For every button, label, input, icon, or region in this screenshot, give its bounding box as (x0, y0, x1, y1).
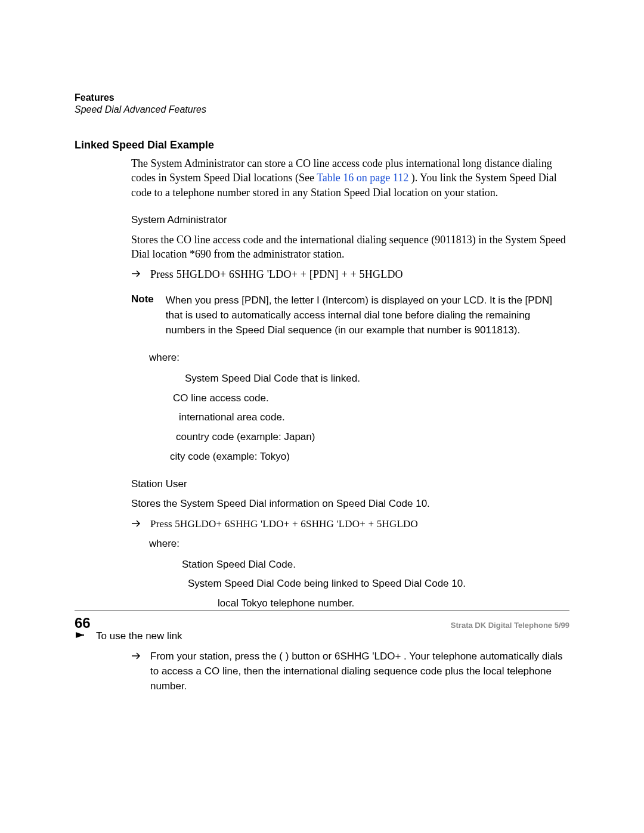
section-arrow-icon (75, 630, 88, 640)
where-item: CO line access code. (173, 391, 569, 406)
stationuser-step: Press 5HGLDO+ 6SHHG 'LDO+ + 6SHHG 'LDO+ … (131, 517, 569, 532)
where-label-1: where: (149, 351, 569, 366)
header-title: Features (75, 92, 569, 103)
where-item: System Speed Dial Code that is linked. (185, 371, 569, 386)
where-item: country code (example: Japan) (176, 430, 569, 445)
page-number: 66 (75, 615, 91, 631)
sysadmin-press-line: Press 5HGLDO+ 6SHHG 'LDO+ + [PDN] + + 5H… (150, 267, 403, 281)
note-label: Note (131, 293, 154, 337)
where-item: city code (example: Tokyo) (170, 450, 569, 465)
sysadmin-desc: Stores the CO line access code and the i… (131, 233, 569, 262)
section-heading: Linked Speed Dial Example (75, 139, 569, 151)
stationuser-title: Station User (131, 477, 569, 492)
intro-paragraph: The System Administrator can store a CO … (131, 156, 569, 200)
where-item: local Tokyo telephone number. (218, 596, 569, 611)
footer-rule (75, 611, 569, 611)
where-item: Station Speed Dial Code. (182, 558, 569, 572)
where-item: System Speed Dial Code being linked to S… (188, 577, 569, 592)
use-link-text: From your station, press the ( ) button … (150, 649, 569, 693)
note-text: When you press [PDN], the letter I (Inte… (166, 293, 569, 337)
step-arrow-icon (131, 519, 142, 528)
sysadmin-step: Press 5HGLDO+ 6SHHG 'LDO+ + [PDN] + + 5H… (131, 267, 569, 281)
where-label-2: where: (149, 537, 569, 552)
stationuser-press-line: Press 5HGLDO+ 6SHHG 'LDO+ + 6SHHG 'LDO+ … (150, 517, 418, 532)
step-arrow-icon (131, 652, 142, 660)
where-item: international area code. (179, 410, 569, 425)
where-list-2: Station Speed Dial Code. System Speed Di… (75, 558, 569, 611)
footer-source: Strata DK Digital Telephone 5/99 (451, 621, 569, 630)
step-arrow-icon (131, 270, 142, 278)
note-block: Note When you press [PDN], the letter I … (131, 293, 569, 337)
header-subtitle: Speed Dial Advanced Features (75, 104, 569, 115)
stationuser-desc: Stores the System Speed Dial information… (131, 497, 569, 512)
where-list-1: System Speed Dial Code that is linked. C… (75, 371, 569, 464)
use-link-step: From your station, press the ( ) button … (131, 649, 569, 693)
page-content: Features Speed Dial Advanced Features Li… (75, 92, 569, 693)
sysadmin-title: System Administrator (131, 213, 569, 228)
cross-reference-link[interactable]: Table 16 on page 112 (317, 172, 408, 184)
page-footer: 66 Strata DK Digital Telephone 5/99 (75, 611, 569, 631)
